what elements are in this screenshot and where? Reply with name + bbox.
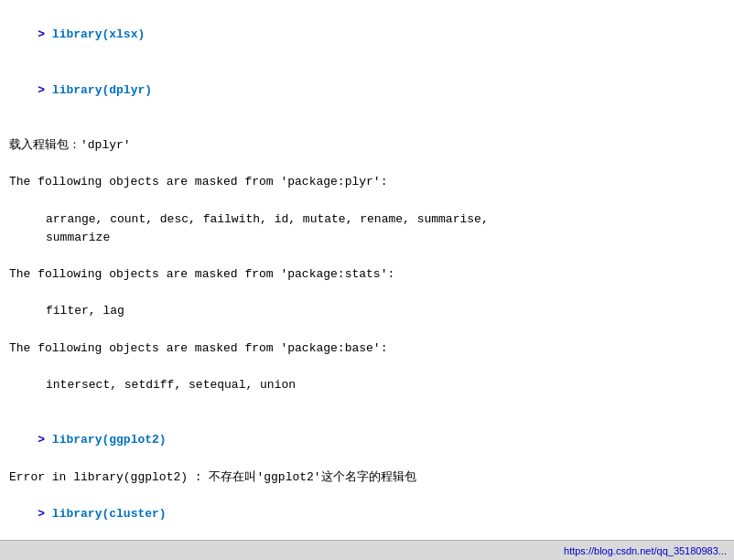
watermark: https://blog.csdn.net/qq_35180983... bbox=[564, 545, 727, 556]
blank-6 bbox=[9, 320, 725, 339]
masked-base: The following objects are masked from 'p… bbox=[9, 339, 725, 358]
line-ggplot2: > library(ggplot2) bbox=[9, 413, 725, 468]
cmd-3: library(ggplot2) bbox=[52, 433, 167, 447]
prompt-1: > bbox=[38, 27, 52, 41]
plyr-objects-1: arrange, count, desc, failwith, id, muta… bbox=[46, 210, 725, 229]
blank-4 bbox=[9, 247, 725, 265]
line-cluster: > library(cluster) bbox=[9, 487, 725, 540]
masked-plyr: The following objects are masked from 'p… bbox=[9, 173, 725, 191]
cmd-1: library(xlsx) bbox=[52, 27, 145, 41]
bottom-bar: https://blog.csdn.net/qq_35180983... bbox=[0, 540, 734, 560]
console-output: > library(xlsx) > library(dplyr) 载入程辑包：'… bbox=[0, 0, 734, 540]
cmd-2: library(dplyr) bbox=[52, 83, 152, 97]
blank-5 bbox=[9, 284, 725, 302]
plyr-objects-2: summarize bbox=[46, 229, 725, 247]
chinese-line-1: 载入程辑包：'dplyr' bbox=[9, 136, 725, 155]
cmd-4: library(cluster) bbox=[52, 507, 167, 521]
masked-stats: The following objects are masked from 'p… bbox=[9, 265, 725, 284]
stats-objects: filter, lag bbox=[46, 302, 725, 320]
prompt-3: > bbox=[38, 433, 52, 447]
line-1: > library(xlsx) bbox=[9, 7, 725, 62]
blank-7 bbox=[9, 358, 725, 376]
prompt-4: > bbox=[38, 507, 52, 521]
error-ggplot2: Error in library(ggplot2) : 不存在叫'ggplot2… bbox=[9, 468, 725, 487]
line-2: > library(dplyr) bbox=[9, 62, 725, 117]
blank-2 bbox=[9, 155, 725, 173]
prompt-2: > bbox=[38, 83, 52, 97]
blank-3 bbox=[9, 191, 725, 210]
blank-8 bbox=[9, 394, 725, 413]
blank-1 bbox=[9, 118, 725, 136]
base-objects: intersect, setdiff, setequal, union bbox=[46, 376, 725, 394]
